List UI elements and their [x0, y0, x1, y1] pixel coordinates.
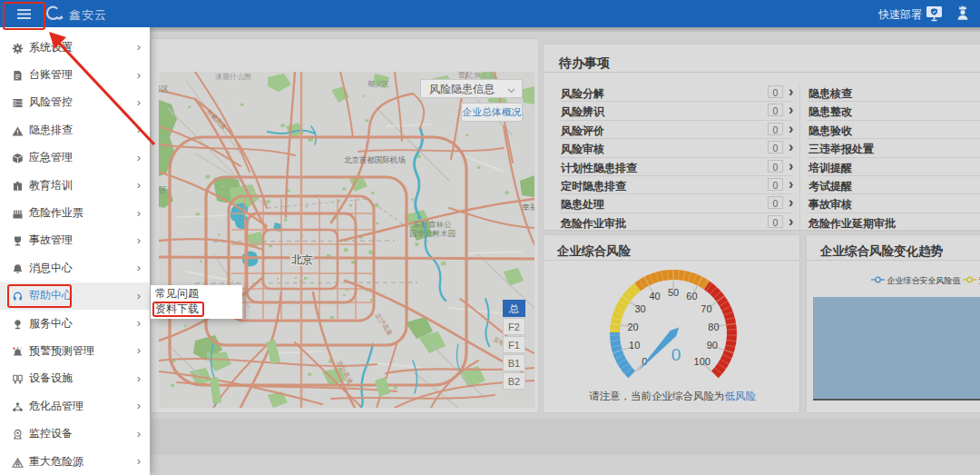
svg-text:40: 40 — [649, 291, 660, 302]
svg-text:50: 50 — [668, 287, 679, 298]
svg-text:北京首都国际机场: 北京首都国际机场 — [344, 155, 406, 164]
svg-text:景区: 景区 — [159, 84, 169, 94]
svg-text:20: 20 — [627, 322, 638, 332]
svg-text:景区: 景区 — [159, 185, 167, 194]
svg-text:东郊森林公: 东郊森林公 — [413, 220, 452, 229]
svg-text:北京: 北京 — [291, 253, 313, 266]
svg-text:80: 80 — [708, 322, 719, 332]
svg-text:曹妃乡么么: 曹妃乡么么 — [458, 72, 495, 79]
svg-text:30: 30 — [634, 303, 645, 314]
svg-text:顺义区: 顺义区 — [368, 80, 389, 88]
svg-text:10: 10 — [629, 340, 640, 351]
svg-text:涿鹿什么圈: 涿鹿什么圈 — [215, 73, 251, 81]
svg-text:60: 60 — [686, 291, 697, 302]
svg-text:幸福: 幸福 — [522, 203, 534, 212]
svg-text:90: 90 — [707, 340, 718, 351]
svg-text:园华北树木园: 园华北树木园 — [409, 229, 456, 238]
svg-text:0: 0 — [671, 345, 681, 364]
svg-text:100: 100 — [694, 356, 710, 367]
svg-text:70: 70 — [701, 303, 711, 314]
